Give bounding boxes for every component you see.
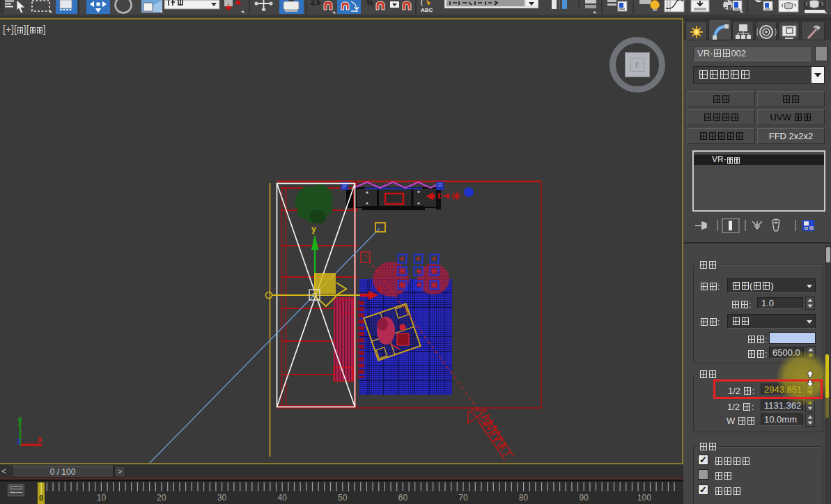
svg-text:z: z: [17, 436, 21, 446]
svg-text:90: 90: [580, 493, 589, 503]
svg-text:ABC: ABC: [421, 7, 433, 13]
svg-text:y: y: [17, 416, 22, 425]
svg-text:10: 10: [97, 493, 107, 503]
svg-text:x: x: [378, 284, 382, 294]
svg-text:x: x: [38, 434, 42, 444]
svg-text:100: 100: [637, 493, 651, 503]
svg-text:%: %: [366, 0, 373, 7]
svg-text:2.5: 2.5: [311, 0, 320, 6]
svg-text:60: 60: [398, 493, 408, 503]
svg-text:0: 0: [39, 494, 43, 502]
svg-text:80: 80: [519, 493, 529, 503]
svg-text:20: 20: [157, 493, 166, 503]
svg-text:30: 30: [217, 493, 227, 503]
svg-text:70: 70: [458, 493, 468, 503]
svg-text:40: 40: [278, 493, 288, 503]
svg-text:50: 50: [338, 493, 348, 503]
svg-text:y: y: [311, 224, 316, 234]
